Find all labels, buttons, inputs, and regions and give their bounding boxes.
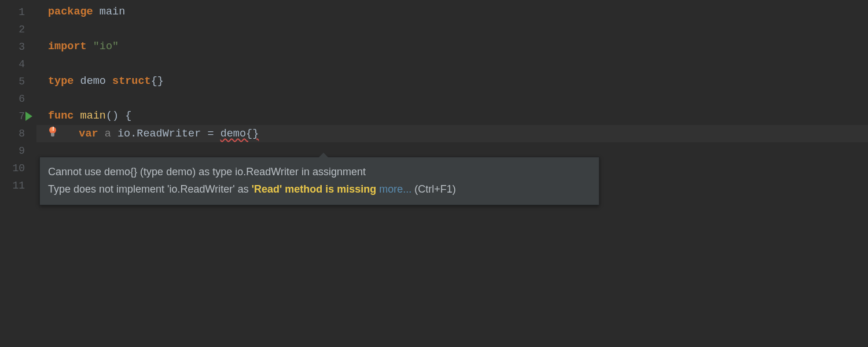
keyword-type: type: [48, 75, 73, 87]
tooltip-line-1: Cannot use demo{} (type demo) as type io…: [48, 163, 591, 180]
open-brace: {: [125, 110, 131, 122]
line-number: 3: [0, 38, 36, 56]
error-expression: demo{}: [220, 128, 259, 140]
line-number: 9: [0, 142, 36, 160]
import-string: "io": [93, 40, 119, 53]
braces: {}: [151, 75, 164, 87]
line-number: 2: [0, 21, 36, 38]
line-number: 1: [0, 3, 36, 21]
type-ref: ReadWriter: [137, 128, 201, 140]
line-number: 7: [0, 108, 36, 125]
code-line-3[interactable]: import "io": [48, 38, 868, 56]
keyword-import: import: [48, 40, 87, 53]
equals: =: [207, 128, 214, 140]
line-number: 4: [0, 56, 36, 73]
code-line-5[interactable]: type demo struct{}: [48, 73, 868, 90]
line-number: 8: [0, 125, 36, 142]
code-line-7[interactable]: func main() {: [48, 108, 868, 125]
func-name: main: [80, 110, 106, 122]
tooltip-more-link[interactable]: more...: [379, 183, 411, 195]
gutter: 1 2 3 4 5 6 7 8 9 10 11: [0, 0, 36, 347]
code-line-6[interactable]: [48, 90, 868, 108]
keyword-var: var: [79, 128, 98, 140]
line-number: 11: [0, 177, 36, 194]
code-line-1[interactable]: package main: [48, 3, 868, 21]
code-line-8[interactable]: ! var a io.ReadWriter = demo{}: [36, 125, 868, 142]
var-name: a: [105, 128, 111, 140]
tooltip-highlight: 'Read' method is missing: [252, 183, 377, 195]
type-identifier: demo: [80, 75, 106, 87]
intention-bulb-icon[interactable]: !: [48, 127, 57, 138]
error-tooltip: Cannot use demo{} (type demo) as type io…: [39, 157, 599, 205]
parens: (): [106, 110, 119, 122]
package-name: main: [100, 6, 125, 18]
tooltip-line-2: Type does not implement 'io.ReadWriter' …: [48, 180, 591, 198]
keyword-func: func: [48, 110, 73, 122]
line-number: 5: [0, 73, 36, 90]
keyword-struct: struct: [112, 75, 151, 87]
line-number: 10: [0, 160, 36, 177]
line-number: 6: [0, 90, 36, 108]
code-line-4[interactable]: [48, 56, 868, 73]
tooltip-shortcut: (Ctrl+F1): [411, 183, 456, 195]
package-ref: io: [117, 128, 130, 140]
tooltip-arrow: [319, 153, 328, 157]
run-gutter-icon[interactable]: [25, 112, 32, 121]
keyword-package: package: [48, 6, 93, 18]
code-line-2[interactable]: [48, 21, 868, 38]
